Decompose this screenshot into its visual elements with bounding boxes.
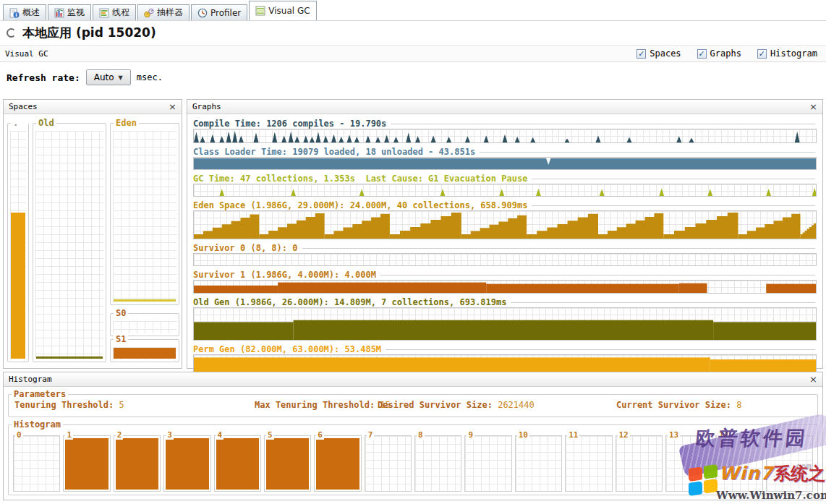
bin-box [565, 435, 612, 492]
bin-label: 10 [517, 430, 529, 440]
histogram-bin-4: 4 [214, 432, 261, 492]
graph-row-label: GC Time: 47 collections, 1.353s Last Cau… [193, 174, 817, 184]
checkbox-icon: ✓ [636, 49, 646, 59]
histogram-bin-8: 8 [414, 432, 461, 492]
histogram-bin-5: 5 [264, 432, 311, 492]
parameter-value: 8 [736, 400, 741, 410]
refresh-rate-unit: msec. [137, 72, 163, 82]
graph-chart [193, 157, 817, 170]
graph-row: Class Loader Time: 19079 loaded, 18 unlo… [193, 147, 817, 170]
bin-fill [266, 438, 309, 490]
group-rule [302, 248, 816, 249]
space-perm-chart [10, 131, 26, 359]
bin-label: 12 [618, 430, 630, 440]
space-old: Old [33, 123, 106, 362]
bin-fill [316, 438, 359, 490]
graph-chart [193, 184, 817, 197]
sampler-icon [144, 8, 154, 18]
checkbox-icon: ✓ [757, 49, 767, 59]
space-perm: . . . [7, 123, 29, 362]
graph-row-label: Compile Time: 1206 compiles - 19.790s [193, 119, 817, 129]
histogram-bin-7: 7 [365, 432, 412, 492]
histogram-bins-group: Histogram 0123456789101112131415 [8, 424, 818, 495]
toggle-histogram[interactable]: ✓Histogram [757, 48, 817, 59]
graph-row-label: Perm Gen (82.000M, 63.000M): 53.485M [193, 344, 817, 354]
graph-row-label: Survivor 0 (8, 8): 0 [193, 243, 817, 253]
bin-box [515, 435, 562, 492]
tab-监视[interactable]: 监视 [48, 4, 91, 20]
histogram-bin-6: 6 [314, 432, 361, 492]
bin-box [214, 435, 261, 492]
bin-label: 15 [768, 430, 780, 440]
group-rule [391, 124, 815, 124]
graph-row: Compile Time: 1206 compiles - 19.790s [193, 119, 817, 143]
bin-label: 13 [668, 430, 680, 440]
close-icon[interactable]: × [169, 102, 176, 111]
group-rule [380, 275, 815, 276]
histogram-bin-10: 10 [515, 432, 562, 492]
graph-row-label: Old Gen (1.986G, 26.000M): 14.809M, 7 co… [193, 297, 817, 307]
space-eden-label: Eden [114, 118, 139, 128]
parameter-item: Current Survivor Size: 8 [616, 400, 741, 410]
parameter-item: Desired Survivor Size: 2621440 [378, 400, 535, 410]
bin-box [163, 435, 210, 492]
bin-box [464, 435, 511, 492]
bin-box [766, 435, 813, 492]
bin-label: 8 [417, 430, 425, 440]
graph-row-label: Survivor 1 (1.986G, 4.000M): 4.000M [193, 270, 817, 280]
group-rule [532, 179, 815, 179]
close-icon[interactable]: × [809, 102, 817, 111]
histogram-panel-header: Histogram × [4, 372, 822, 387]
graph-chart [193, 210, 817, 239]
bin-label: 6 [316, 430, 324, 440]
refresh-rate-value: Auto [94, 72, 114, 82]
tab-概述[interactable]: i概述 [3, 4, 46, 20]
space-old-label: Old [36, 118, 56, 128]
tab-抽样器[interactable]: 抽样器 [137, 4, 190, 20]
monitor-icon [54, 8, 64, 18]
graphs-panel-title: Graphs [192, 102, 221, 111]
histogram-bin-2: 2 [114, 432, 161, 492]
toggle-label: Graphs [710, 48, 741, 59]
histogram-group-label: Histogram [12, 419, 63, 430]
tab-visual-gc[interactable]: Visual GC [249, 1, 316, 20]
tab-线程[interactable]: 线程 [93, 4, 136, 20]
bin-label: 9 [467, 430, 474, 440]
threads-icon [99, 8, 109, 18]
toggle-spaces[interactable]: ✓Spaces [636, 48, 681, 59]
histogram-bin-3: 3 [163, 432, 210, 492]
spaces-panel-title: Spaces [9, 102, 38, 111]
graphs-panel-header: Graphs × [187, 100, 822, 114]
graph-rows: Compile Time: 1206 compiles - 19.790sCla… [193, 119, 817, 384]
bin-fill [166, 438, 208, 490]
tab-label: 监视 [67, 7, 85, 19]
refresh-rate-select[interactable]: Auto ▼ [86, 69, 131, 85]
parameters-group: Parameters Tenuring Threshold: 5Max Tenu… [8, 394, 818, 417]
tab-label: 概述 [22, 7, 40, 19]
histogram-bins: 0123456789101112131415 [12, 432, 814, 492]
parameter-name: Tenuring Threshold: [14, 400, 119, 410]
parameter-value: 5 [119, 400, 124, 410]
histogram-panel: Histogram × Parameters Tenuring Threshol… [3, 372, 823, 500]
graph-row: Survivor 1 (1.986G, 4.000M): 4.000M [193, 270, 817, 294]
histogram-bin-9: 9 [464, 432, 511, 492]
bin-label: 4 [216, 430, 224, 440]
bin-box [616, 435, 663, 492]
refresh-rate-row: Refresh rate: Auto ▼ msec. [0, 63, 826, 92]
bin-label: 14 [718, 430, 730, 440]
toggle-label: Histogram [770, 48, 817, 59]
close-icon[interactable]: × [809, 375, 817, 384]
tab-profiler[interactable]: Profiler [191, 4, 247, 20]
tab-strip: i概述监视线程抽样器ProfilerVisual GC [0, 0, 826, 21]
svg-text:i: i [15, 12, 17, 18]
space-eden-chart [113, 131, 176, 302]
toggle-graphs[interactable]: ✓Graphs [697, 48, 741, 59]
histogram-bin-15: 15 [766, 432, 813, 492]
bin-box [63, 435, 110, 492]
graph-row-title: Old Gen (1.986G, 26.000M): 14.809M, 7 co… [193, 297, 506, 307]
eden-usage-bar [114, 299, 176, 302]
parameter-item: Tenuring Threshold: 5 [14, 400, 124, 410]
bin-box [13, 435, 60, 492]
space-s1-label: S1 [114, 334, 128, 344]
s1-usage-bar [114, 348, 176, 359]
